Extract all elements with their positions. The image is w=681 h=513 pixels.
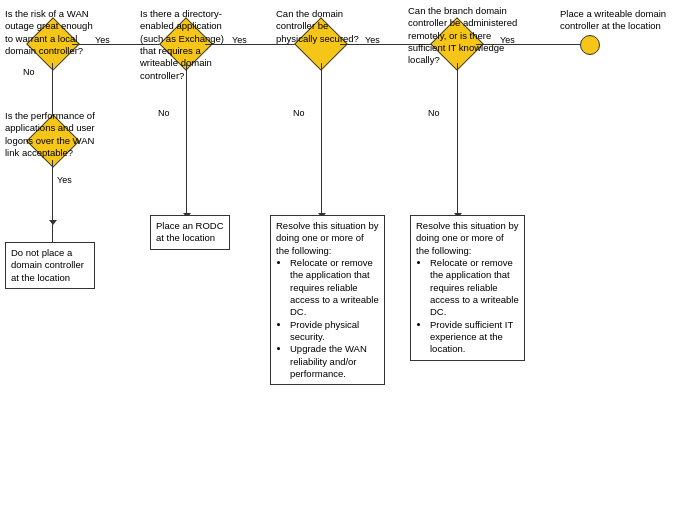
terminal-no-dc: Do not place a domain controller at the …: [5, 242, 95, 289]
d3-yes-label: Yes: [365, 35, 380, 45]
terminal-resolve1: Resolve this situation by doing one or m…: [270, 215, 385, 385]
d4-yes-label: Yes: [500, 35, 515, 45]
d2-no-line: [186, 63, 187, 213]
terminal-resolve2: Resolve this situation by doing one or m…: [410, 215, 525, 361]
resolve1-list: Relocate or remove the application that …: [276, 257, 379, 380]
d2-yes-label: Yes: [232, 35, 247, 45]
diamond-perf-text: Is the performance of applications and u…: [5, 110, 95, 159]
d2-no-label: No: [158, 108, 170, 118]
resolve2-item2: Provide sufficient IT experience at the …: [430, 319, 519, 356]
d4-no-label: No: [428, 108, 440, 118]
flowchart-container: Is the risk of a WAN outage great enough…: [0, 0, 681, 513]
terminal-place-dc-text: Place a writeable domain controller at t…: [560, 8, 675, 33]
resolve2-item1: Relocate or remove the application that …: [430, 257, 519, 319]
d3-no-label: No: [293, 108, 305, 118]
d3-no-line: [321, 63, 322, 213]
resolve1-item1: Relocate or remove the application that …: [290, 257, 379, 319]
terminal-rodc: Place an RODC at the location: [150, 215, 230, 250]
resolve2-title: Resolve this situation by doing one or m…: [416, 220, 519, 257]
d4-no-line: [457, 63, 458, 213]
perf-yes-label: Yes: [57, 175, 72, 185]
resolve1-item2: Provide physical security.: [290, 319, 379, 344]
terminal-oval-place-dc: [580, 35, 600, 55]
resolve2-list: Relocate or remove the application that …: [416, 257, 519, 356]
resolve1-title: Resolve this situation by doing one or m…: [276, 220, 379, 257]
diamond-3-text: Can the domain controller be physically …: [276, 8, 361, 45]
diamond-2-text: Is there a directory-enabled application…: [140, 8, 235, 82]
d1-no-label: No: [23, 67, 35, 77]
perf-yes-line: [52, 160, 53, 220]
d4-yes-line: [476, 44, 581, 45]
resolve1-item3: Upgrade the WAN reliability and/or perfo…: [290, 343, 379, 380]
d1-yes-label: Yes: [95, 35, 110, 45]
diamond-1-text: Is the risk of a WAN outage great enough…: [5, 8, 95, 57]
